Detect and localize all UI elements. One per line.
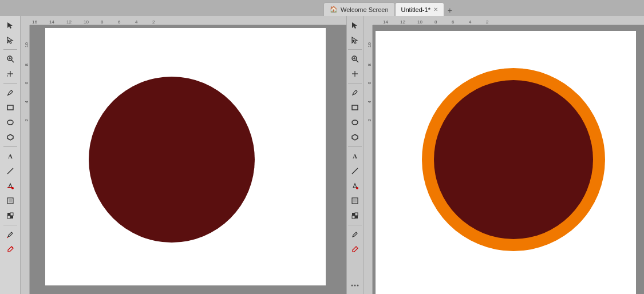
svg-line-38 [352, 168, 358, 174]
svg-rect-11 [7, 105, 13, 110]
ellipse-tool[interactable] [2, 116, 18, 129]
svg-marker-25 [352, 22, 357, 29]
svg-point-35 [352, 120, 358, 125]
ruler-tick-v: 4 [21, 101, 29, 103]
svg-rect-42 [352, 213, 355, 216]
ruler-tick-v-r: 6 [364, 82, 372, 84]
svg-rect-44 [352, 216, 355, 218]
tab-add-button[interactable]: + [444, 5, 456, 16]
dropper-tool-right[interactable] [347, 228, 363, 241]
ruler-tick-v: 10 [21, 42, 29, 47]
line-tool[interactable] [2, 164, 18, 178]
pen-tool-right[interactable] [347, 86, 363, 100]
ruler-tick: 2 [486, 20, 503, 25]
svg-rect-20 [10, 213, 13, 216]
svg-line-10 [7, 94, 9, 96]
svg-rect-43 [355, 213, 358, 216]
ruler-tick-v: 8 [21, 63, 29, 66]
ruler-tick: 4 [469, 20, 486, 25]
home-icon: 🏠 [330, 6, 338, 13]
rect-tool-right[interactable] [347, 101, 363, 114]
left-canvas-panel: 16 14 12 10 8 6 4 2 10 8 6 4 2 [21, 16, 346, 294]
svg-point-27 [353, 40, 354, 42]
tab-untitled[interactable]: Untitled-1* ✕ [395, 2, 444, 16]
ruler-left-right: 10 8 6 4 2 [364, 25, 373, 294]
svg-marker-0 [7, 22, 13, 29]
ruler-tick-v-r: 4 [364, 101, 372, 103]
checker-tool[interactable] [2, 209, 18, 223]
polygon-tool[interactable] [2, 130, 18, 144]
svg-point-2 [7, 40, 9, 42]
tool-separator-r2 [348, 83, 362, 84]
tab-bar: 🏠 Welcome Screen Untitled-1* ✕ + [0, 0, 644, 16]
left-circle-dark [89, 77, 255, 243]
tool-separator-r3 [348, 146, 362, 147]
svg-marker-36 [352, 134, 358, 140]
ruler-tick: 4 [135, 20, 152, 25]
right-circle-orange-ring [422, 68, 605, 251]
node-tool-right[interactable] [347, 33, 363, 47]
pen-tool[interactable] [2, 86, 18, 100]
ruler-tick: 8 [101, 20, 118, 25]
ruler-left-left: 10 8 6 4 2 [21, 25, 30, 294]
line-tool-right[interactable] [347, 164, 363, 178]
svg-line-23 [7, 237, 8, 238]
dropper-tool[interactable] [2, 228, 18, 241]
left-canvas-area[interactable] [30, 25, 346, 294]
ellipse-tool-right[interactable] [347, 116, 363, 129]
right-canvas-area[interactable] [373, 25, 644, 294]
tab-welcome[interactable]: 🏠 Welcome Screen [323, 2, 395, 16]
text-tool-right[interactable]: A [347, 149, 363, 163]
svg-point-47 [351, 285, 353, 287]
pointer-tool[interactable] [2, 18, 18, 32]
svg-rect-18 [9, 199, 12, 202]
svg-line-24 [11, 247, 13, 248]
object-tool[interactable] [2, 194, 18, 208]
node-tool[interactable] [2, 33, 18, 47]
checker-tool-right[interactable] [347, 209, 363, 223]
zoom-tool[interactable] [2, 52, 18, 66]
left-toolbar: A [0, 16, 21, 294]
right-canvas-panel: 16 14 12 10 8 6 4 2 10 8 6 4 2 [364, 16, 644, 294]
svg-rect-45 [355, 216, 358, 218]
svg-text:A: A [8, 153, 13, 160]
tool-separator-2 [3, 83, 17, 84]
ruler-tick-v: 2 [21, 119, 29, 121]
more-options[interactable] [350, 283, 359, 292]
svg-text:A: A [353, 153, 357, 160]
measure-tool[interactable] [2, 67, 18, 81]
ruler-tick: 10 [84, 20, 101, 25]
zoom-tool-right[interactable] [347, 52, 363, 66]
main-area: A 16 14 12 10 [0, 16, 644, 294]
tab-untitled-label: Untitled-1* [401, 6, 430, 13]
ruler-tick-v: 6 [21, 82, 29, 84]
measure-tool-right[interactable] [347, 67, 363, 81]
svg-line-29 [356, 60, 358, 62]
svg-marker-13 [7, 134, 13, 140]
right-toolbar: A [346, 16, 364, 294]
select-tool-right[interactable] [347, 18, 363, 32]
ruler-tick: 14 [383, 20, 400, 25]
fill-tool[interactable] [2, 179, 18, 193]
tool-separator-r4 [348, 225, 362, 225]
ruler-tick: 8 [434, 20, 452, 25]
ruler-tick-v-r: 10 [364, 42, 372, 47]
tool-separator-4 [3, 225, 17, 225]
svg-point-48 [357, 285, 359, 287]
svg-point-46 [354, 285, 356, 287]
paint-tool[interactable] [2, 243, 18, 256]
polygon-tool-right[interactable] [347, 130, 363, 144]
ruler-tick: 6 [118, 20, 135, 25]
svg-point-39 [356, 187, 358, 189]
paint-tool-right[interactable] [347, 243, 363, 256]
object-tool-right[interactable] [347, 194, 363, 208]
ruler-tick: 10 [417, 20, 434, 25]
rect-tool[interactable] [2, 101, 18, 114]
text-tool[interactable]: A [2, 149, 18, 163]
fill-tool-right[interactable] [347, 179, 363, 193]
ruler-tick: 6 [452, 20, 469, 25]
svg-rect-19 [7, 213, 10, 216]
ruler-ticks-top-right: 16 14 12 10 8 6 4 2 [364, 16, 644, 25]
svg-rect-41 [353, 199, 357, 202]
tab-close-icon[interactable]: ✕ [433, 6, 438, 13]
